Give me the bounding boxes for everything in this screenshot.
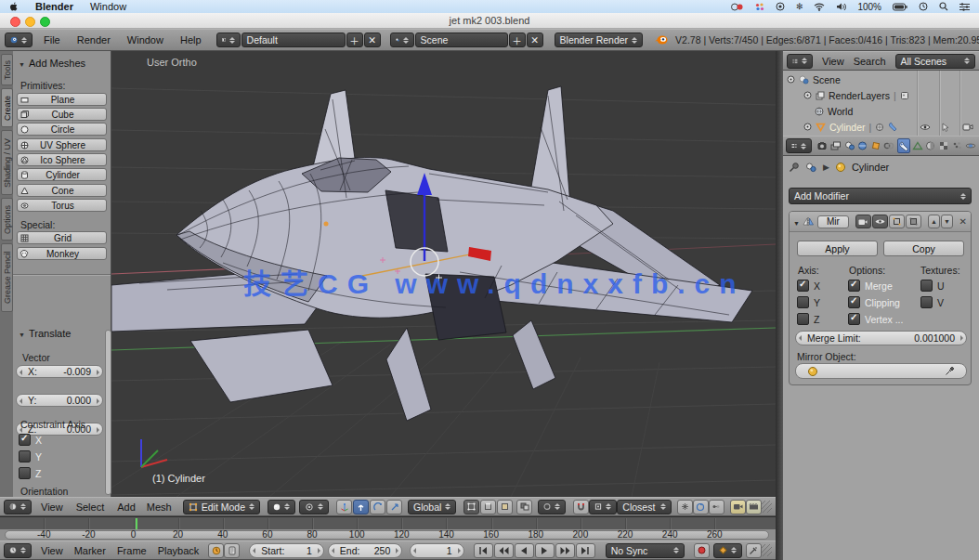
- editor-divider[interactable]: [776, 51, 783, 560]
- add-cube-button[interactable]: Cube: [17, 108, 107, 121]
- texture-u-checkbox[interactable]: U: [920, 280, 945, 292]
- tab-object-data[interactable]: [912, 138, 923, 153]
- add-circle-button[interactable]: Circle: [17, 123, 107, 136]
- color-app-icon[interactable]: [755, 3, 764, 11]
- add-monkey-button[interactable]: Monkey: [17, 247, 107, 260]
- outliner-editor-type-button[interactable]: [787, 54, 813, 69]
- volume-icon[interactable]: [836, 3, 846, 11]
- end-frame-field[interactable]: End:250: [328, 543, 403, 558]
- menu-render[interactable]: Render: [77, 34, 111, 46]
- viewport-3d[interactable]: User Ortho (1) Cylinder 技艺CG www.qdnxxfb…: [111, 51, 776, 497]
- modifier-render-toggle[interactable]: [855, 215, 871, 228]
- add-scene-button[interactable]: ＋: [509, 33, 526, 47]
- viewport-shading-selector[interactable]: [268, 500, 295, 514]
- occlude-geometry-button[interactable]: [516, 500, 532, 514]
- outliner-row-scene[interactable]: Scene: [783, 72, 979, 87]
- hide-eye-icon[interactable]: [920, 124, 931, 131]
- collapse-caret-icon[interactable]: [19, 328, 25, 339]
- modifier-move-up-button[interactable]: ▲: [928, 215, 940, 228]
- outliner-row-renderlayers[interactable]: RenderLayers |: [783, 87, 979, 103]
- mirror-object-field[interactable]: [795, 363, 967, 379]
- tab-world[interactable]: [857, 138, 868, 153]
- manipulate-center-button[interactable]: [709, 500, 724, 514]
- outliner-menu-search[interactable]: Search: [854, 56, 886, 67]
- add-torus-button[interactable]: Torus: [17, 199, 107, 212]
- tab-modifiers[interactable]: [897, 138, 910, 153]
- eyedropper-icon[interactable]: [945, 366, 955, 376]
- add-ico-sphere-button[interactable]: Ico Sphere: [17, 153, 107, 166]
- frame-lock-button[interactable]: [224, 543, 240, 558]
- outliner-display-filter[interactable]: All Scenes: [895, 54, 975, 69]
- mode-selector[interactable]: Edit Mode: [183, 500, 260, 514]
- translate-x-field[interactable]: X:-0.009: [16, 365, 103, 378]
- tab-tools[interactable]: Tools: [1, 54, 13, 85]
- timeline-scrollbar[interactable]: -40-200204060801001201401601802002202402…: [0, 529, 776, 540]
- collapse-caret-icon[interactable]: [793, 216, 800, 228]
- view3d-menu-view[interactable]: View: [41, 501, 63, 513]
- expand-icon[interactable]: [787, 75, 795, 84]
- add-meshes-panel-title[interactable]: Add Meshes: [29, 58, 85, 69]
- sync-mode-selector[interactable]: No Sync: [606, 543, 685, 558]
- tab-grease-pencil[interactable]: Grease Pencil: [1, 243, 13, 312]
- tool-shelf-scrollbar[interactable]: [105, 330, 111, 495]
- translate-panel-title[interactable]: Translate: [29, 328, 71, 339]
- auto-keyframe-record-button[interactable]: [694, 543, 710, 558]
- properties-editor-type-button[interactable]: [786, 138, 812, 153]
- apply-button[interactable]: Apply: [797, 241, 878, 256]
- vertex-select-button[interactable]: [463, 500, 479, 514]
- add-uv-sphere-button[interactable]: UV Sphere: [17, 138, 107, 151]
- snowflake-icon[interactable]: ✻: [796, 2, 803, 11]
- axis-x-checkbox[interactable]: X: [797, 280, 820, 292]
- search-icon[interactable]: [939, 2, 948, 11]
- clock-icon[interactable]: [919, 2, 928, 11]
- pivot-point-selector[interactable]: [299, 500, 329, 514]
- constraint-z-checkbox[interactable]: Z: [19, 467, 41, 479]
- editor-type-button[interactable]: [5, 33, 33, 47]
- screen-layout-icon-button[interactable]: [216, 33, 241, 47]
- rotate-manipulator-button[interactable]: [370, 500, 385, 514]
- play-button[interactable]: [535, 543, 555, 558]
- breadcrumb-object-name[interactable]: Cylinder: [852, 162, 889, 173]
- insert-keyframe-button[interactable]: [746, 543, 762, 558]
- proportional-edit-selector[interactable]: [538, 500, 566, 514]
- tab-physics[interactable]: [965, 138, 976, 153]
- collapse-caret-icon[interactable]: [19, 58, 25, 69]
- status-circle-icon[interactable]: [776, 2, 785, 11]
- copy-button[interactable]: Copy: [883, 241, 964, 256]
- prev-keyframe-button[interactable]: [494, 543, 514, 558]
- screen-layout-selector[interactable]: Default: [241, 33, 346, 47]
- delete-scene-button[interactable]: ✕: [527, 33, 543, 47]
- header-resize-grip[interactable]: [762, 501, 772, 513]
- edge-select-button[interactable]: [480, 500, 496, 514]
- timeline-menu-frame[interactable]: Frame: [117, 545, 147, 556]
- menubar-app-menu[interactable]: Blender: [35, 1, 73, 12]
- screen-recording-icon[interactable]: [731, 3, 744, 11]
- translate-manipulator-button[interactable]: [353, 500, 369, 514]
- axis-y-checkbox[interactable]: Y: [797, 296, 820, 308]
- tab-particles[interactable]: [951, 138, 962, 153]
- scale-manipulator-button[interactable]: [386, 500, 402, 514]
- face-select-button[interactable]: [497, 500, 513, 514]
- snap-toggle-button[interactable]: [573, 500, 589, 514]
- snap-peel-button[interactable]: [677, 500, 693, 514]
- object-context-icon[interactable]: [805, 163, 817, 173]
- timeline-menu-playback[interactable]: Playback: [158, 545, 200, 556]
- merge-checkbox[interactable]: Merge: [848, 280, 893, 292]
- view3d-editor-type-button[interactable]: [4, 500, 32, 514]
- keying-set-selector[interactable]: [713, 543, 742, 558]
- tab-options[interactable]: Options: [1, 198, 13, 241]
- manipulator-toggle-button[interactable]: [336, 500, 352, 514]
- texture-v-checkbox[interactable]: V: [920, 296, 944, 308]
- apple-menu-icon[interactable]: [9, 2, 19, 12]
- snap-element-selector[interactable]: [589, 500, 617, 514]
- modifier-editmode-toggle[interactable]: [889, 215, 905, 228]
- scene-icon-button[interactable]: [390, 33, 414, 47]
- jump-to-end-button[interactable]: [576, 543, 595, 558]
- menubar-window-menu[interactable]: Window: [90, 1, 126, 12]
- current-frame-field[interactable]: 1: [410, 543, 463, 558]
- add-grid-button[interactable]: Grid: [17, 231, 107, 244]
- tab-render-layers[interactable]: [830, 138, 842, 153]
- modifier-delete-button[interactable]: ✕: [959, 216, 967, 227]
- tab-texture[interactable]: [938, 138, 949, 153]
- battery-icon[interactable]: [893, 3, 907, 11]
